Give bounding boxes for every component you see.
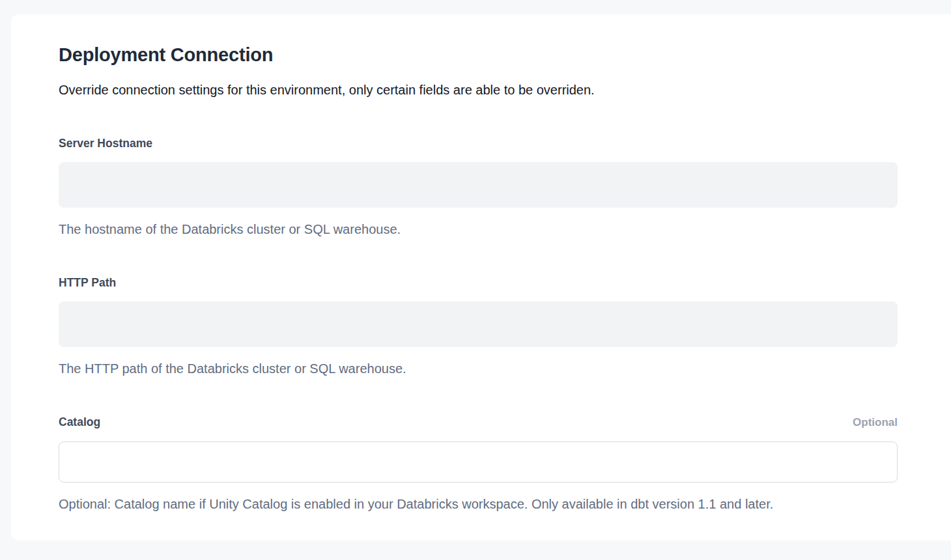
server-hostname-label: Server Hostname (59, 136, 152, 150)
http-path-helper: The HTTP path of the Databricks cluster … (59, 361, 898, 377)
catalog-input[interactable] (59, 441, 898, 483)
page-title: Deployment Connection (59, 43, 898, 66)
catalog-label: Catalog (59, 415, 100, 429)
deployment-connection-card: Deployment Connection Override connectio… (11, 14, 951, 540)
field-group-catalog: Catalog Optional Optional: Catalog name … (59, 415, 898, 512)
label-row: Catalog Optional (59, 415, 898, 430)
catalog-optional-badge: Optional (853, 415, 898, 430)
http-path-input (59, 301, 898, 347)
label-row: Server Hostname (59, 136, 898, 150)
server-hostname-helper: The hostname of the Databricks cluster o… (59, 221, 898, 238)
http-path-label: HTTP Path (59, 275, 116, 290)
server-hostname-input (59, 162, 898, 208)
label-row: HTTP Path (59, 275, 898, 290)
page-subtitle: Override connection settings for this en… (59, 81, 898, 98)
field-group-server-hostname: Server Hostname The hostname of the Data… (59, 136, 898, 238)
field-group-http-path: HTTP Path The HTTP path of the Databrick… (59, 275, 898, 377)
card-content: Deployment Connection Override connectio… (11, 14, 898, 512)
catalog-helper: Optional: Catalog name if Unity Catalog … (59, 496, 898, 512)
